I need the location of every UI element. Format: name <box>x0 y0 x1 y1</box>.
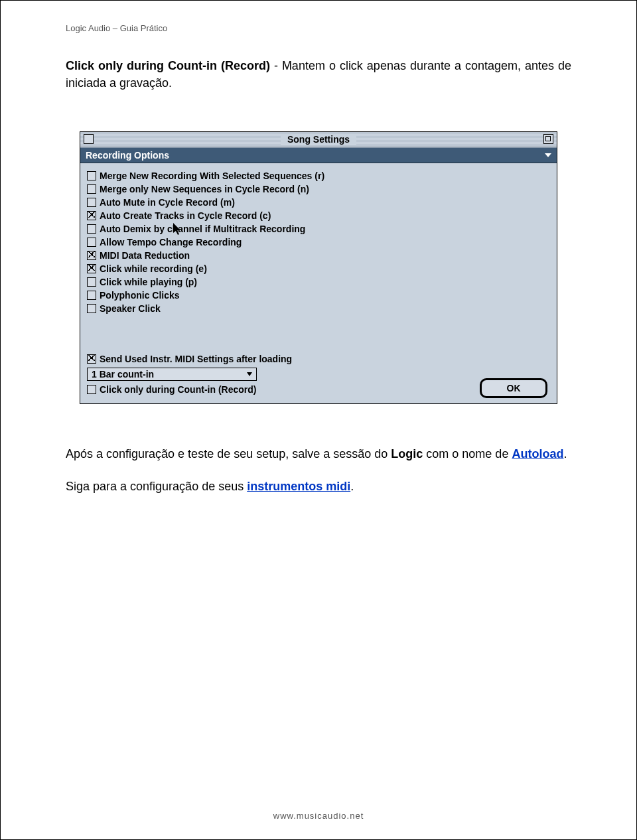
option-row[interactable]: MIDI Data Reduction <box>87 249 550 261</box>
checkbox-icon[interactable] <box>87 251 96 260</box>
page-footer: www.musicaudio.net <box>1 811 636 821</box>
option-label: Merge New Recording With Selected Sequen… <box>100 170 324 182</box>
instrumentos-midi-link[interactable]: instrumentos midi <box>247 480 350 493</box>
song-settings-window: Song Settings Recording Options Merge Ne… <box>80 131 557 404</box>
option-label: MIDI Data Reduction <box>100 249 190 261</box>
checkbox-icon[interactable] <box>87 304 96 313</box>
zoom-icon[interactable] <box>543 134 553 144</box>
recording-options-header[interactable]: Recording Options <box>80 147 557 163</box>
option-label: Speaker Click <box>100 303 161 315</box>
send-midi-label: Send Used Instr. MIDI Settings after loa… <box>100 353 292 365</box>
checkbox-icon[interactable] <box>87 264 96 273</box>
option-label: Merge only New Sequences in Cycle Record… <box>100 183 309 195</box>
option-label: Click while playing (p) <box>100 276 197 288</box>
click-countin-label: Click only during Count-in (Record) <box>100 384 256 395</box>
option-row[interactable]: Auto Mute in Cycle Record (m) <box>87 196 550 208</box>
option-label: Click while recording (e) <box>100 263 207 275</box>
option-row[interactable]: Polyphonic Clicks <box>87 289 550 301</box>
dropdown-value: 1 Bar count-in <box>92 369 154 380</box>
option-label: Auto Create Tracks in Cycle Record (c) <box>100 210 271 222</box>
section-title: Recording Options <box>86 150 169 161</box>
option-row[interactable]: Allow Tempo Change Recording <box>87 236 550 248</box>
after-p1-b: com o nome de <box>423 447 512 460</box>
countin-dropdown[interactable]: 1 Bar count-in <box>87 368 257 381</box>
close-icon[interactable] <box>84 134 94 144</box>
intro-bold: Click only during Count-in (Record) <box>66 59 270 72</box>
checkbox-icon[interactable] <box>87 224 96 234</box>
option-row[interactable]: Merge only New Sequences in Cycle Record… <box>87 183 550 195</box>
options-body: Merge New Recording With Selected Sequen… <box>80 163 557 352</box>
checkbox-icon[interactable] <box>87 291 96 300</box>
ok-label: OK <box>507 383 521 393</box>
bottom-block: Send Used Instr. MIDI Settings after loa… <box>80 353 557 403</box>
window-title: Song Settings <box>281 134 356 145</box>
page-header: Logic Audio – Guia Prático <box>66 23 571 33</box>
checkbox-icon[interactable] <box>87 171 96 180</box>
intro-paragraph: Click only during Count-in (Record) - Ma… <box>66 57 571 92</box>
checkbox-icon[interactable] <box>87 385 96 394</box>
option-row[interactable]: Click while recording (e) <box>87 263 550 275</box>
after-p2-b: . <box>350 480 354 493</box>
checkbox-icon[interactable] <box>87 277 96 287</box>
after-p2-a: Siga para a configuração de seus <box>66 480 247 493</box>
after-p1-a: Após a configuração e teste de seu setup… <box>66 447 391 460</box>
send-midi-row[interactable]: Send Used Instr. MIDI Settings after loa… <box>87 353 550 365</box>
after-p2: Siga para a configuração de seus instrum… <box>66 478 571 496</box>
after-p1-c: . <box>563 447 567 460</box>
checkbox-icon[interactable] <box>87 198 96 207</box>
checkbox-icon[interactable] <box>87 238 96 247</box>
checkbox-icon[interactable] <box>87 354 96 364</box>
screenshot-wrapper: Song Settings Recording Options Merge Ne… <box>66 131 571 404</box>
option-row[interactable]: Speaker Click <box>87 303 550 315</box>
after-p1-bold: Logic <box>391 447 423 460</box>
option-label: Allow Tempo Change Recording <box>100 236 242 248</box>
option-row[interactable]: Merge New Recording With Selected Sequen… <box>87 170 550 182</box>
option-label: Polyphonic Clicks <box>100 289 180 301</box>
option-row[interactable]: Auto Create Tracks in Cycle Record (c) <box>87 210 550 222</box>
chevron-down-icon <box>545 153 551 157</box>
checkbox-icon[interactable] <box>87 184 96 194</box>
option-row[interactable]: Auto Demix by channel if Multitrack Reco… <box>87 223 550 235</box>
option-row[interactable]: Click while playing (p) <box>87 276 550 288</box>
option-label: Auto Demix by channel if Multitrack Reco… <box>100 223 305 235</box>
autoload-link[interactable]: Autoload <box>512 447 563 460</box>
chevron-down-icon <box>247 372 252 376</box>
after-text: Após a configuração e teste de seu setup… <box>66 445 571 496</box>
window-titlebar[interactable]: Song Settings <box>80 132 557 147</box>
option-label: Auto Mute in Cycle Record (m) <box>100 196 235 208</box>
after-p1: Após a configuração e teste de seu setup… <box>66 445 571 463</box>
ok-button[interactable]: OK <box>480 378 547 398</box>
checkbox-icon[interactable] <box>87 211 96 220</box>
